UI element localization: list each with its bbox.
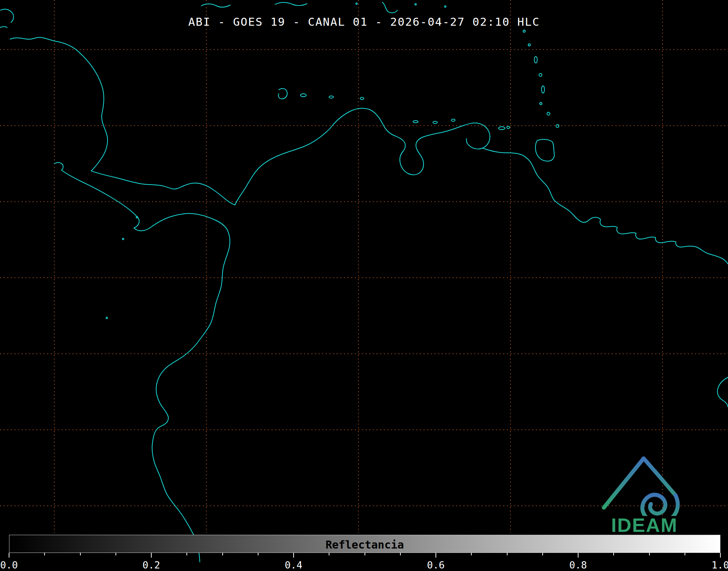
coastline-segment	[382, 2, 397, 13]
island	[329, 96, 333, 98]
colorbar-minor-tick	[329, 553, 329, 555]
colorbar-minor-tick	[258, 553, 258, 555]
colorbar-tick-label: 0.0	[0, 559, 18, 571]
colorbar-major-tick	[720, 553, 721, 558]
island	[523, 30, 525, 32]
colorbar-tick-label: 0.8	[569, 559, 587, 571]
coastline-segment	[530, 162, 728, 264]
island	[413, 121, 418, 123]
island	[528, 44, 530, 46]
island	[433, 121, 437, 123]
coastline-segment	[275, 3, 307, 5]
colorbar-major-tick	[9, 553, 9, 558]
colorbar-major-tick	[578, 553, 578, 558]
island	[556, 125, 559, 127]
coastline-segment	[54, 163, 227, 231]
island	[136, 217, 138, 218]
island	[278, 88, 287, 99]
coastline-segment	[400, 137, 424, 175]
colorbar-minor-tick	[80, 553, 81, 555]
coastline-segment	[483, 148, 530, 162]
coastline-segment	[10, 37, 108, 171]
coastline-segment	[718, 377, 728, 407]
island	[122, 238, 124, 240]
image-title: ABI - GOES 19 - CANAL 01 - 2026-04-27 02…	[0, 15, 728, 28]
colorbar-label: Reflectancia	[9, 538, 720, 551]
colorbar-minor-tick	[685, 553, 685, 555]
coastline-segment	[91, 171, 235, 205]
colorbar-minor-tick	[115, 553, 116, 555]
colorbar-tick-label: 0.2	[143, 559, 160, 571]
colorbar-tick-label: 0.4	[285, 559, 303, 571]
island	[360, 97, 364, 100]
colorbar-minor-tick	[400, 553, 401, 555]
coastline-segment	[201, 4, 230, 7]
colorbar-tick-label: 0.6	[427, 559, 445, 571]
island	[106, 317, 108, 319]
ideam-logo: IDEAM	[599, 453, 690, 538]
island	[534, 56, 537, 63]
island	[451, 119, 455, 121]
island	[507, 126, 510, 129]
coastline-segment	[235, 108, 405, 205]
colorbar-minor-tick	[542, 553, 543, 555]
coastline-segment	[422, 123, 490, 149]
island	[535, 139, 554, 161]
colorbar-gradient: Reflectancia	[9, 535, 720, 553]
coastline-segment	[152, 229, 230, 562]
island	[539, 74, 542, 76]
colorbar-minor-tick	[365, 553, 365, 555]
island	[547, 112, 550, 115]
satellite-image-viewport: ABI - GOES 19 - CANAL 01 - 2026-04-27 02…	[0, 0, 728, 571]
colorbar-minor-tick	[44, 553, 45, 555]
island	[540, 102, 542, 105]
colorbar: Reflectancia 0.0 0.2 0.4 0.6 0.8 1.0	[9, 535, 720, 571]
ideam-logo-graphic	[601, 453, 688, 516]
colorbar-minor-tick	[649, 553, 650, 555]
colorbar-minor-tick	[507, 553, 508, 555]
colorbar-minor-tick	[471, 553, 472, 555]
colorbar-minor-tick	[613, 553, 614, 555]
colorbar-major-tick	[435, 553, 436, 558]
ideam-logo-text: IDEAM	[599, 514, 690, 536]
island	[542, 86, 544, 93]
colorbar-minor-tick	[222, 553, 223, 555]
colorbar-major-tick	[151, 553, 152, 558]
island	[356, 3, 357, 4]
island	[300, 94, 306, 97]
colorbar-tick-label: 1.0	[712, 559, 728, 571]
colorbar-minor-tick	[186, 553, 187, 555]
colorbar-major-tick	[293, 553, 294, 558]
hurricane-spiral-icon	[642, 495, 678, 516]
island	[445, 6, 446, 7]
island	[498, 127, 505, 130]
island	[415, 4, 416, 5]
